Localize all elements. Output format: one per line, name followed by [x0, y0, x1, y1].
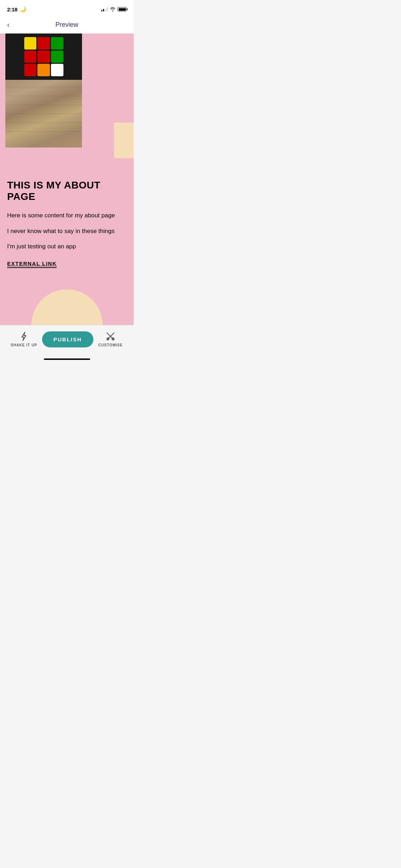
- nav-header: ‹ Preview: [0, 16, 134, 33]
- semicircle: [31, 289, 103, 325]
- about-body: Here is some content for my about page I…: [7, 211, 127, 251]
- page-title: Preview: [55, 21, 78, 29]
- wood-floor: [5, 80, 82, 148]
- body-line-2: I never know what to say in these things: [7, 227, 127, 236]
- main-content: THIS IS MY ABOUT PAGE Here is some conte…: [0, 33, 134, 325]
- home-bar: [44, 358, 90, 360]
- decorative-rectangle: [114, 123, 134, 158]
- about-title: THIS IS MY ABOUT PAGE: [7, 180, 127, 202]
- customise-tab[interactable]: CUSTOMISE: [98, 331, 123, 347]
- lightning-icon: [19, 331, 29, 341]
- signal-bars-icon: [101, 7, 108, 11]
- shake-it-up-label: SHAKE IT UP: [11, 343, 37, 347]
- rubiks-photo: [5, 33, 82, 148]
- customise-icon: [106, 331, 115, 341]
- moon-icon: 🌙: [20, 6, 26, 12]
- home-indicator: [0, 356, 134, 363]
- back-button[interactable]: ‹: [7, 21, 10, 29]
- cube-face: [24, 37, 63, 76]
- publish-button[interactable]: PUBLISH: [42, 331, 93, 347]
- text-content: THIS IS MY ABOUT PAGE Here is some conte…: [0, 169, 134, 286]
- status-icons: [101, 7, 127, 11]
- photo-section: [0, 33, 134, 169]
- wifi-icon: [110, 7, 115, 11]
- status-time: 2:18: [7, 6, 17, 12]
- tab-bar: SHAKE IT UP PUBLISH CUSTOMISE: [0, 325, 134, 356]
- customise-label: CUSTOMISE: [98, 343, 123, 347]
- external-link[interactable]: EXTERNAL LINK: [7, 260, 57, 268]
- battery-icon: [118, 7, 127, 11]
- rubiks-cube-area: [5, 33, 82, 80]
- bottom-decoration: [0, 286, 134, 325]
- body-line-1: Here is some content for my about page: [7, 211, 127, 220]
- body-line-3: I'm just testing out an app: [7, 242, 127, 251]
- shake-it-up-tab[interactable]: SHAKE IT UP: [11, 331, 37, 347]
- status-bar: 2:18 🌙: [0, 0, 134, 16]
